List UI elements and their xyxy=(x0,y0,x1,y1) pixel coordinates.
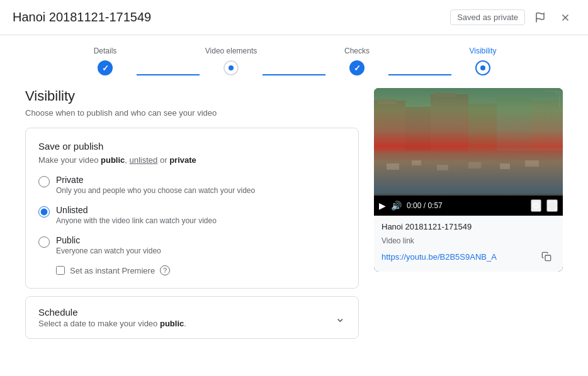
subtitle-private: private xyxy=(169,155,196,165)
svg-rect-6 xyxy=(405,107,431,151)
connector-2 xyxy=(263,74,325,75)
step-checks[interactable]: Checks xyxy=(325,47,388,75)
option-unlisted-text: Unlisted Anyone with the video link can … xyxy=(56,205,217,225)
svg-rect-13 xyxy=(412,160,421,165)
right-panel: ▶ 🔊 0:00 / 0:57 ⚙ ⛶ Hanoi 20181121-17154… xyxy=(374,88,563,339)
radio-public[interactable] xyxy=(38,236,50,248)
svg-rect-5 xyxy=(374,101,405,151)
step-visibility[interactable]: Visibility xyxy=(451,47,514,75)
svg-rect-8 xyxy=(468,104,497,151)
option-public-label: Public xyxy=(56,235,161,245)
svg-rect-9 xyxy=(497,97,531,151)
close-button[interactable] xyxy=(555,8,575,28)
visibility-title: Visibility xyxy=(25,88,359,104)
step-visibility-circle xyxy=(475,60,490,75)
option-private-desc: Only you and people who you choose can w… xyxy=(56,186,255,195)
option-private[interactable]: Private Only you and people who you choo… xyxy=(38,175,346,195)
option-public[interactable]: Public Everyone can watch your video xyxy=(38,235,346,255)
premiere-help-icon[interactable]: ? xyxy=(160,265,170,275)
step-details-circle xyxy=(98,60,113,75)
option-unlisted-label: Unlisted xyxy=(56,205,217,215)
option-public-desc: Everyone can watch your video xyxy=(56,246,161,255)
save-publish-subtitle: Make your video public, unlisted or priv… xyxy=(38,155,346,165)
video-link-row: https://youtu.be/B2B5S9ANB_A xyxy=(382,248,555,265)
copy-link-button[interactable] xyxy=(538,248,555,265)
save-publish-title: Save or publish xyxy=(38,141,346,152)
left-panel: Visibility Choose when to publish and wh… xyxy=(25,88,359,339)
volume-button[interactable]: 🔊 xyxy=(391,201,402,211)
schedule-text: Schedule Select a date to make your vide… xyxy=(38,307,186,328)
connector-1 xyxy=(137,74,200,75)
video-link-label: Video link xyxy=(382,236,555,245)
chevron-down-icon: ⌄ xyxy=(335,310,346,325)
svg-rect-19 xyxy=(434,93,456,97)
video-link-url[interactable]: https://youtu.be/B2B5S9ANB_A xyxy=(382,252,497,262)
svg-rect-7 xyxy=(431,94,468,151)
saved-badge: Saved as private xyxy=(450,9,525,25)
option-private-label: Private xyxy=(56,175,255,185)
svg-rect-16 xyxy=(500,163,510,169)
progress-bar xyxy=(374,194,563,196)
stepper: Details Video elements Checks Visibility xyxy=(74,35,514,82)
radio-private[interactable] xyxy=(38,176,50,187)
video-controls: ▶ 🔊 0:00 / 0:57 ⚙ ⛶ xyxy=(374,196,563,216)
video-thumbnail xyxy=(374,88,563,194)
schedule-subtitle: Select a date to make your video public. xyxy=(38,319,186,328)
save-publish-card: Save or publish Make your video public, … xyxy=(25,128,359,289)
header-right: Saved as private xyxy=(450,8,575,28)
step-details[interactable]: Details xyxy=(74,47,137,75)
settings-button[interactable]: ⚙ xyxy=(531,199,541,212)
step-video-elements[interactable]: Video elements xyxy=(200,47,263,75)
step-visibility-label: Visibility xyxy=(469,47,496,55)
video-name: Hanoi 20181121-171549 xyxy=(382,222,555,231)
svg-rect-12 xyxy=(387,163,399,170)
connector-3 xyxy=(388,74,451,75)
option-unlisted[interactable]: Unlisted Anyone with the video link can … xyxy=(38,205,346,225)
video-time: 0:00 / 0:57 xyxy=(407,201,526,210)
svg-rect-17 xyxy=(525,160,539,167)
step-video-elements-label: Video elements xyxy=(205,47,257,55)
header: Hanoi 20181121-171549 Saved as private xyxy=(0,0,588,35)
svg-rect-10 xyxy=(531,101,563,151)
svg-rect-15 xyxy=(468,162,481,169)
svg-rect-18 xyxy=(377,99,396,104)
svg-rect-20 xyxy=(545,255,551,261)
subtitle-public: public xyxy=(101,155,125,165)
step-checks-circle xyxy=(349,60,365,75)
step-checks-label: Checks xyxy=(344,47,370,55)
svg-rect-4 xyxy=(374,88,563,126)
total-time: 0:57 xyxy=(427,201,442,210)
schedule-public: public xyxy=(160,319,184,328)
option-unlisted-desc: Anyone with the video link can watch you… xyxy=(56,216,217,225)
option-private-text: Private Only you and people who you choo… xyxy=(56,175,255,195)
fullscreen-button[interactable]: ⛶ xyxy=(546,199,558,212)
svg-rect-3 xyxy=(374,88,563,194)
video-info: Hanoi 20181121-171549 Video link https:/… xyxy=(374,216,563,272)
schedule-card[interactable]: Schedule Select a date to make your vide… xyxy=(25,296,359,339)
main-content: Visibility Choose when to publish and wh… xyxy=(0,88,588,339)
subtitle-unlisted: unlisted xyxy=(130,155,158,165)
radio-unlisted[interactable] xyxy=(38,206,50,218)
current-time: 0:00 xyxy=(407,201,421,210)
visibility-subtitle: Choose when to publish and who can see y… xyxy=(25,108,359,118)
option-public-text: Public Everyone can watch your video xyxy=(56,235,161,255)
premiere-checkbox[interactable] xyxy=(56,266,65,275)
schedule-title: Schedule xyxy=(38,307,186,318)
video-preview: ▶ 🔊 0:00 / 0:57 ⚙ ⛶ Hanoi 20181121-17154… xyxy=(374,88,563,272)
step-details-label: Details xyxy=(94,47,117,55)
premiere-row: Set as instant Premiere ? xyxy=(56,265,346,275)
play-button[interactable]: ▶ xyxy=(379,201,386,211)
svg-rect-11 xyxy=(374,157,563,194)
svg-rect-14 xyxy=(437,165,448,170)
page-title: Hanoi 20181121-171549 xyxy=(13,10,151,25)
premiere-label: Set as instant Premiere xyxy=(70,266,155,275)
step-video-elements-circle xyxy=(223,60,239,75)
flag-button[interactable] xyxy=(530,8,550,28)
